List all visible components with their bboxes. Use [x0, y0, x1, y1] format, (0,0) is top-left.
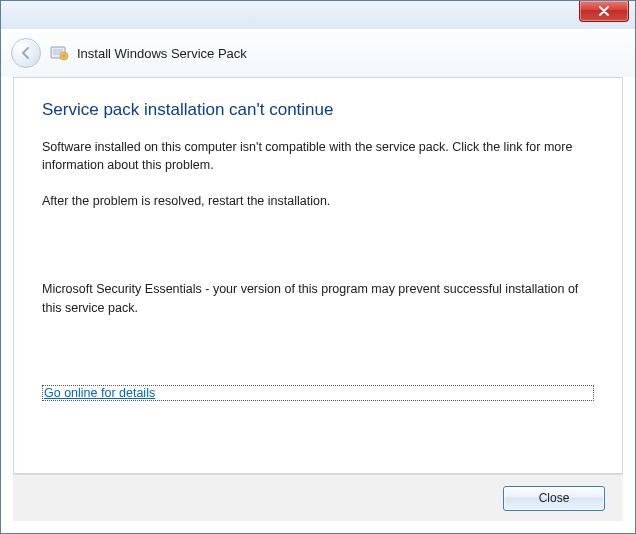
details-link[interactable]: Go online for details	[42, 385, 594, 401]
header-title: Install Windows Service Pack	[77, 46, 247, 61]
window-close-button[interactable]	[579, 1, 629, 22]
dialog-window: Install Windows Service Pack Service pac…	[0, 0, 636, 534]
back-arrow-icon	[19, 46, 33, 60]
spacer	[42, 228, 594, 280]
error-heading: Service pack installation can't continue	[42, 100, 594, 120]
content-area: Service pack installation can't continue…	[1, 77, 635, 533]
titlebar	[1, 1, 635, 29]
back-button[interactable]	[11, 38, 41, 68]
content-panel: Service pack installation can't continue…	[13, 77, 623, 474]
close-button[interactable]: Close	[503, 486, 605, 511]
footer: Close	[13, 474, 623, 521]
close-icon	[598, 6, 610, 16]
header: Install Windows Service Pack	[1, 29, 635, 77]
error-paragraph-1: Software installed on this computer isn'…	[42, 138, 594, 174]
error-paragraph-3: Microsoft Security Essentials - your ver…	[42, 280, 594, 316]
error-paragraph-2: After the problem is resolved, restart t…	[42, 192, 594, 210]
windows-update-icon	[49, 43, 69, 63]
